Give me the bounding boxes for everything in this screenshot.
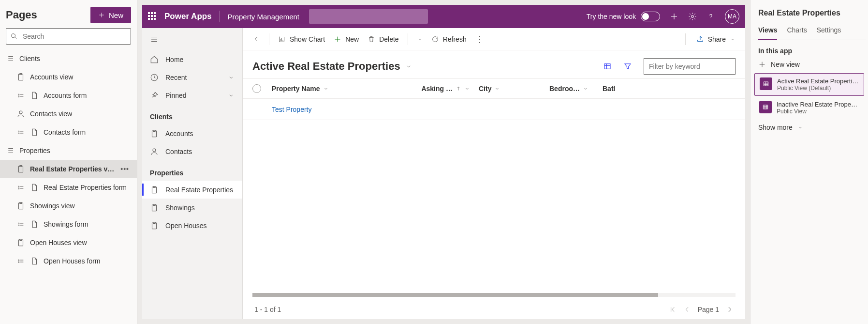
clipboard-icon <box>16 73 25 81</box>
tree-group-clients[interactable]: Clients <box>0 49 137 68</box>
select-all[interactable] <box>252 84 272 93</box>
form-icon <box>16 91 25 100</box>
plus-icon <box>758 61 766 68</box>
col-asking[interactable]: Asking … <box>417 85 470 93</box>
try-new-look[interactable]: Try the new look <box>587 12 660 21</box>
search-icon <box>10 32 18 40</box>
app-header: Power Apps Property Management Try the n… <box>142 5 745 28</box>
back-button[interactable] <box>250 32 263 46</box>
table-row[interactable]: Test Property <box>243 99 745 120</box>
show-chart-button[interactable]: Show Chart <box>275 32 328 46</box>
new-page-button[interactable]: New <box>90 7 131 23</box>
col-bedrooms[interactable]: Bedroo… <box>549 85 593 93</box>
avatar[interactable]: MA <box>725 9 739 24</box>
tab-charts[interactable]: Charts <box>787 23 807 40</box>
nav-home[interactable]: Home <box>142 50 242 68</box>
pages-title: Pages <box>6 9 37 21</box>
nav-rep[interactable]: Real Estate Properties <box>142 181 242 199</box>
clipboard-icon <box>16 238 25 247</box>
props-title: Real Estate Properties <box>758 9 860 17</box>
view-selector[interactable]: Active Real Estate Properties <box>252 60 412 73</box>
plus-icon[interactable] <box>670 12 678 21</box>
chevron-down-icon <box>583 86 588 92</box>
pages-search[interactable] <box>6 28 131 45</box>
tree-item-rep-form[interactable]: Real Estate Properties form <box>0 178 137 197</box>
prev-page-icon[interactable] <box>683 306 691 313</box>
nav-accounts[interactable]: Accounts <box>142 124 242 142</box>
help-icon[interactable] <box>706 12 715 21</box>
delete-split-button[interactable] <box>414 32 426 46</box>
tree-group-properties[interactable]: Properties <box>0 141 137 160</box>
tree-item-accounts-view[interactable]: Accounts view <box>0 68 137 86</box>
nav-collapse-button[interactable] <box>142 30 242 50</box>
plus-icon <box>98 12 105 18</box>
tree-item-contacts-view[interactable]: Contacts view <box>0 105 137 123</box>
col-city[interactable]: City <box>479 85 527 93</box>
overflow-button[interactable]: ⋮ <box>472 31 487 47</box>
header-search-box[interactable] <box>309 9 428 24</box>
form-icon <box>16 183 25 192</box>
list-icon <box>6 54 15 63</box>
nav-recent[interactable]: Recent <box>142 68 242 86</box>
delete-button[interactable]: Delete <box>365 32 401 46</box>
col-property-name[interactable]: Property Name <box>272 85 417 93</box>
page-icon <box>30 183 39 192</box>
chevron-down-icon <box>405 63 412 70</box>
next-page-icon[interactable] <box>726 306 734 313</box>
edit-columns-icon[interactable] <box>603 62 612 71</box>
gear-icon[interactable] <box>688 12 697 21</box>
form-icon <box>16 257 25 265</box>
nav-showings[interactable]: Showings <box>142 199 242 216</box>
chevron-down-icon <box>797 123 803 131</box>
tree-item-showings-form[interactable]: Showings form <box>0 215 137 233</box>
pages-panel: Pages New Clients Accounts view Accounts… <box>0 0 137 324</box>
refresh-button[interactable]: Refresh <box>428 32 470 46</box>
app-preview-area: Power Apps Property Management Try the n… <box>137 0 750 324</box>
tree-item-accounts-form[interactable]: Accounts form <box>0 86 137 105</box>
col-bath[interactable]: Batl <box>603 85 615 93</box>
record-link[interactable]: Test Property <box>272 106 311 113</box>
clipboard-icon <box>16 201 25 210</box>
nav-pinned[interactable]: Pinned <box>142 86 242 104</box>
page-icon <box>30 91 39 100</box>
props-tabs: Views Charts Settings <box>752 23 866 40</box>
view-card-inactive[interactable]: Inactive Real Estate Prope… Public View <box>754 97 864 119</box>
tree-item-openhouses-form[interactable]: Open Houses form <box>0 252 137 270</box>
new-record-button[interactable]: New <box>331 32 362 46</box>
chevron-down-icon <box>323 86 329 92</box>
more-icon[interactable]: ••• <box>120 165 132 173</box>
share-button[interactable]: Share <box>693 32 738 46</box>
app-name: Property Management <box>228 13 299 21</box>
view-card-active[interactable]: Active Real Estate Properti… Public View… <box>754 73 864 96</box>
main-content: Show Chart New Delete Refresh ⋮ Share Ac… <box>243 28 745 319</box>
grid-header: Property Name Asking … City Bedroo… Batl <box>243 78 745 99</box>
tree-item-openhouses-view[interactable]: Open Houses view <box>0 233 137 252</box>
tree-item-contacts-form[interactable]: Contacts form <box>0 123 137 141</box>
list-icon <box>6 146 15 155</box>
nav-group-properties: Properties <box>142 160 242 181</box>
chevron-down-icon <box>228 92 235 99</box>
grid-icon <box>760 77 772 90</box>
new-page-label: New <box>109 11 123 19</box>
filter-icon[interactable] <box>623 62 632 71</box>
tree-item-showings-view[interactable]: Showings view <box>0 197 137 215</box>
chevron-down-icon <box>494 86 500 92</box>
tree-item-rep-view[interactable]: Real Estate Properties v… ••• <box>0 160 137 178</box>
tab-views[interactable]: Views <box>758 23 777 40</box>
grid-icon <box>759 101 772 113</box>
nav-contacts[interactable]: Contacts <box>142 142 242 160</box>
form-icon <box>16 128 25 137</box>
pages-search-input[interactable] <box>22 32 127 41</box>
page-icon <box>30 257 39 265</box>
chevron-down-icon <box>228 74 235 81</box>
chevron-down-icon <box>464 86 470 92</box>
filter-input[interactable] <box>644 58 736 75</box>
horizontal-scrollbar[interactable] <box>252 293 736 298</box>
show-more-link[interactable]: Show more <box>752 120 866 135</box>
first-page-icon[interactable] <box>669 306 677 313</box>
app-launcher-icon[interactable] <box>148 12 157 21</box>
tab-settings[interactable]: Settings <box>817 23 841 40</box>
new-view-link[interactable]: New view <box>752 57 866 72</box>
nav-openhouses[interactable]: Open Houses <box>142 216 242 234</box>
toggle-icon[interactable] <box>641 12 660 21</box>
